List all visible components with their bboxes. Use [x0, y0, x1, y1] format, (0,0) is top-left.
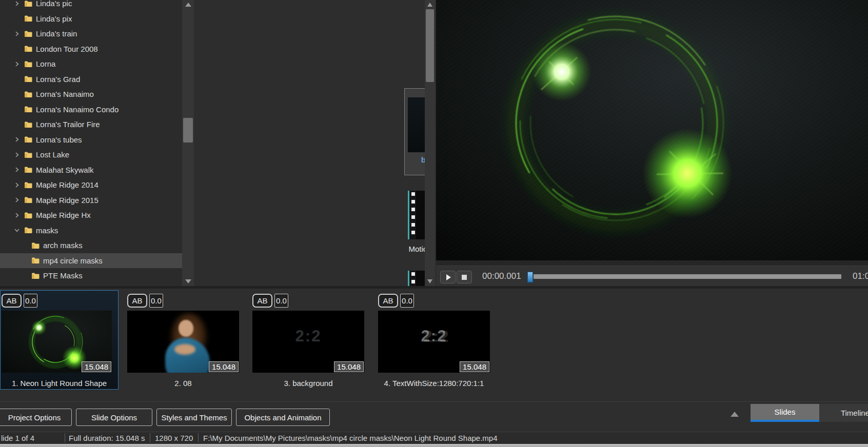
duration-badge: 15.048 [209, 361, 239, 372]
folder-icon [24, 0, 32, 7]
chevron-right-icon[interactable] [12, 152, 22, 157]
file-name: background.png [404, 155, 425, 164]
tree-item[interactable]: Linda's pic [0, 0, 182, 11]
play-icon [446, 274, 451, 280]
status-resolution: 1280 x 720 [155, 434, 193, 442]
file-browser: .. 08.jpg background.png [194, 0, 425, 286]
tree-item[interactable]: London Tour 2008 [0, 42, 182, 56]
chevron-right-icon[interactable] [12, 31, 22, 36]
slide-thumbnail[interactable]: 2:2 15.048 [378, 311, 490, 373]
app-window: Linda's pic Linda's pix Linda's train Lo… [0, 0, 868, 447]
objects-animation-button[interactable]: Objects and Animation [236, 409, 330, 426]
tree-item[interactable]: Linda's pix [0, 11, 182, 26]
tree-item[interactable]: Lorna's Nanaimo [0, 87, 182, 101]
preview-image [436, 0, 868, 260]
tree-item[interactable]: Maple Ridge 2014 [0, 177, 182, 192]
tree-item[interactable]: Lost Lake [0, 147, 182, 162]
slide-options-button[interactable]: Slide Options [76, 409, 152, 426]
project-options-button[interactable]: Project Options [0, 409, 72, 426]
scroll-down-icon[interactable] [185, 279, 191, 283]
status-duration: Full duration: 15.048 s [69, 434, 145, 442]
play-button[interactable] [440, 271, 456, 283]
tree-item[interactable]: arch masks [0, 238, 182, 253]
tree-item-label: Lorna's Nanaimo [36, 90, 94, 98]
offset-badge[interactable]: 0.0 [400, 294, 414, 308]
transition-badge[interactable]: AB [378, 294, 398, 308]
offset-badge[interactable]: 0.0 [274, 294, 288, 308]
tree-item[interactable]: Lorna [0, 56, 182, 71]
chevron-right-icon[interactable] [12, 167, 22, 172]
status-bar: lide 1 of 4 Full duration: 15.048 s 1280… [0, 432, 868, 444]
chevron-right-icon[interactable] [12, 62, 22, 67]
scrollbar-thumb[interactable] [183, 118, 193, 143]
status-slide-info: lide 1 of 4 [1, 434, 34, 442]
tree-item[interactable]: Maple Ridge Hx [0, 208, 182, 222]
scroll-up-icon[interactable] [427, 3, 432, 7]
chevron-right-icon[interactable] [12, 137, 22, 142]
tree-item[interactable]: Malahat Skywalk [0, 162, 182, 177]
tab-timeline[interactable]: Timeline [819, 404, 868, 422]
tree-item-label: arch masks [43, 241, 83, 250]
video-thumbnail [408, 191, 425, 239]
transition-badge[interactable]: AB [127, 294, 147, 308]
tree-item[interactable]: masks [0, 223, 182, 238]
collapse-panel-icon[interactable] [731, 412, 739, 417]
folder-icon [24, 30, 32, 37]
tree-scrollbar[interactable] [182, 0, 194, 286]
chevron-down-icon[interactable] [12, 228, 22, 233]
slide-label: 1. Neon Light Round Shape [0, 379, 119, 388]
scroll-up-icon[interactable] [185, 3, 191, 7]
video-thumbnail-partial[interactable] [408, 271, 425, 286]
folder-icon [24, 75, 32, 83]
aspect-ghost-text: 2:2 [378, 327, 490, 346]
folder-icon [24, 196, 32, 204]
styles-themes-button[interactable]: Styles and Themes [156, 409, 232, 426]
chevron-right-icon[interactable] [12, 197, 22, 202]
duration-badge: 15.048 [460, 361, 489, 372]
tree-item-label: Linda's train [36, 29, 77, 38]
transition-badge[interactable]: AB [252, 294, 272, 308]
tree-item[interactable]: Lorna's Nanaimo Condo [0, 102, 182, 117]
tree-item[interactable]: Lorna's Trailor Fire [0, 117, 182, 132]
scrollbar-thumb[interactable] [426, 9, 434, 82]
status-separator [65, 433, 65, 442]
current-time: 00:00.001 [482, 271, 521, 281]
chevron-right-icon[interactable] [12, 182, 22, 188]
slide-thumbnail[interactable]: 15.048 [2, 311, 112, 373]
folder-icon [24, 181, 32, 189]
stop-button[interactable] [457, 271, 472, 283]
folder-icon [24, 151, 32, 158]
tree-item[interactable]: Lorna's tubes [0, 132, 182, 147]
slide-thumbnail[interactable]: 15.048 [127, 311, 239, 373]
folder-icon [31, 272, 40, 279]
folder-icon [24, 166, 32, 173]
toolbar-divider [0, 401, 868, 402]
tree-item-selected[interactable]: mp4 circle masks [0, 253, 182, 268]
offset-badge[interactable]: 0.0 [149, 294, 163, 308]
slide-label: 3. background [252, 379, 364, 388]
tree-item-label: Lorna's Nanaimo Condo [36, 105, 119, 114]
chevron-right-icon[interactable] [12, 1, 22, 6]
chevron-right-icon[interactable] [12, 213, 22, 218]
scroll-down-icon[interactable] [427, 279, 432, 283]
status-file-path: F:\My Documents\My Pictures\masks\mp4 ci… [203, 434, 498, 442]
status-separator [150, 433, 150, 442]
folder-icon [24, 212, 32, 219]
folder-icon [24, 60, 32, 68]
tree-item[interactable]: Maple Ridge 2015 [0, 193, 182, 208]
folder-icon [31, 242, 40, 249]
offset-badge[interactable]: 0.0 [24, 294, 37, 308]
status-separator [198, 433, 199, 442]
file-scrollbar[interactable] [425, 0, 435, 286]
transition-badge[interactable]: AB [2, 294, 22, 308]
tree-item[interactable]: PTE Masks [0, 268, 182, 283]
folder-icon [24, 106, 32, 113]
seek-track[interactable] [534, 274, 841, 279]
folder-icon [24, 91, 32, 98]
slide-thumbnail[interactable]: 2:2 15.048 [252, 311, 364, 373]
seek-thumb[interactable] [527, 272, 533, 282]
tree-item[interactable]: Lorna's Grad [0, 72, 182, 87]
dark-image-thumbnail [408, 97, 425, 152]
tree-item[interactable]: Linda's train [0, 26, 182, 41]
tab-slides[interactable]: Slides [751, 404, 819, 422]
